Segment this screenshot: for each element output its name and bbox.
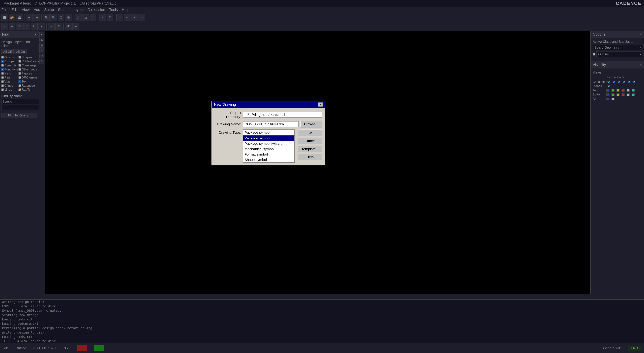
dialog-overlay: New Drawing × Project Directory: Drawing… bbox=[0, 0, 644, 353]
drawing-type-row: Drawing Type: Package symbol Package sym… bbox=[214, 130, 322, 160]
dropdown-item-4[interactable]: Shape symbol bbox=[243, 157, 294, 162]
template-btn[interactable]: Template... bbox=[298, 146, 322, 152]
dialog-body: Project Directory: Drawing Name: Browse.… bbox=[212, 108, 325, 165]
drawing-name-row: Drawing Name: Browse... bbox=[214, 121, 322, 128]
help-btn[interactable]: Help bbox=[298, 154, 322, 160]
dropdown-item-1[interactable]: Package symbol [wizard] bbox=[243, 141, 294, 146]
drawing-type-label: Drawing Type: bbox=[214, 131, 241, 135]
browse-btn[interactable]: Browse... bbox=[300, 121, 322, 128]
new-drawing-dialog: New Drawing × Project Directory: Drawing… bbox=[211, 101, 325, 165]
drawing-name-input[interactable] bbox=[243, 121, 298, 127]
dialog-titlebar: New Drawing × bbox=[212, 101, 325, 108]
dropdown-item-2[interactable]: Mechanical symbol bbox=[243, 146, 294, 152]
dropdown-item-0[interactable]: Package symbol bbox=[243, 136, 294, 141]
project-dir-label: Project Directory: bbox=[214, 111, 241, 119]
drawing-type-dropdown: Package symbol Package symbol [wizard] M… bbox=[243, 135, 295, 163]
drawing-type-container: Package symbol Package symbol [wizard] M… bbox=[243, 130, 295, 136]
ok-btn[interactable]: OK bbox=[298, 130, 322, 136]
drawing-type-input[interactable] bbox=[243, 130, 295, 136]
project-dir-input[interactable] bbox=[243, 112, 322, 118]
dialog-title: New Drawing bbox=[214, 102, 236, 107]
dialog-buttons: OK Cancel Template... Help bbox=[298, 130, 322, 160]
drawing-name-label: Drawing Name: bbox=[214, 122, 241, 126]
dialog-close-btn[interactable]: × bbox=[318, 103, 323, 107]
project-dir-row: Project Directory: bbox=[214, 111, 322, 119]
dropdown-item-3[interactable]: Format symbol bbox=[243, 152, 294, 157]
cancel-btn[interactable]: Cancel bbox=[298, 138, 322, 144]
